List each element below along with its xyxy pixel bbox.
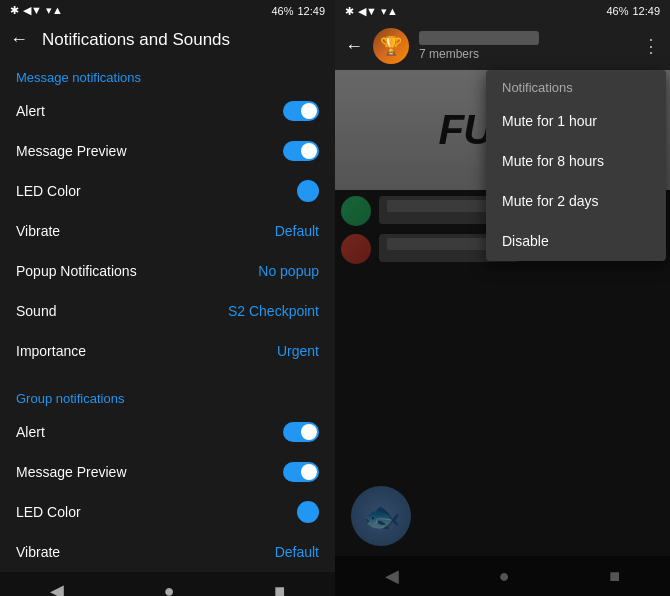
grp-preview-row[interactable]: Message Preview	[0, 452, 335, 492]
grp-alert-row[interactable]: Alert	[0, 412, 335, 452]
left-status-right: 46% 12:49	[271, 5, 325, 17]
left-panel: ✱ ◀▼ ▾▲ 46% 12:49 ← Notifications and So…	[0, 0, 335, 596]
right-battery: 46%	[606, 5, 628, 17]
right-back-button[interactable]: ←	[345, 36, 363, 57]
left-status-icons: ✱ ◀▼ ▾▲	[10, 4, 63, 17]
left-header: ← Notifications and Sounds	[0, 21, 335, 58]
notifications-dropdown: Notifications Mute for 1 hour Mute for 8…	[486, 70, 666, 261]
msg-led-label: LED Color	[16, 183, 81, 199]
grp-alert-toggle[interactable]	[283, 422, 319, 442]
left-time: 12:49	[297, 5, 325, 17]
mute-2days-item[interactable]: Mute for 2 days	[486, 181, 666, 221]
page-title: Notifications and Sounds	[42, 30, 230, 50]
right-header: ← 🏆 7 members ⋮	[335, 22, 670, 70]
msg-led-row[interactable]: LED Color	[0, 171, 335, 211]
msg-sound-row[interactable]: Sound S2 Checkpoint	[0, 291, 335, 331]
left-battery: 46%	[271, 5, 293, 17]
msg-vibrate-row[interactable]: Vibrate Default	[0, 211, 335, 251]
wifi-icon: ▾▲	[46, 4, 63, 17]
right-status-icons: ✱ ◀▼ ▾▲	[345, 5, 398, 18]
group-notifications-label: Group notifications	[0, 379, 335, 412]
grp-vibrate-row[interactable]: Vibrate Default	[0, 532, 335, 572]
right-status-right: 46% 12:49	[606, 5, 660, 17]
group-name	[419, 31, 539, 45]
grp-vibrate-value: Default	[275, 544, 319, 560]
msg-popup-label: Popup Notifications	[16, 263, 137, 279]
group-members: 7 members	[419, 47, 632, 61]
right-signal-icon: ◀▼	[358, 5, 377, 18]
msg-preview-row[interactable]: Message Preview	[0, 131, 335, 171]
msg-vibrate-value: Default	[275, 223, 319, 239]
msg-alert-toggle[interactable]	[283, 101, 319, 121]
grp-led-label: LED Color	[16, 504, 81, 520]
message-notifications-label: Message notifications	[0, 58, 335, 91]
msg-popup-value: No popup	[258, 263, 319, 279]
left-home-nav[interactable]: ●	[164, 581, 175, 597]
mute-8hours-item[interactable]: Mute for 8 hours	[486, 141, 666, 181]
msg-popup-row[interactable]: Popup Notifications No popup	[0, 251, 335, 291]
msg-led-dot[interactable]	[297, 180, 319, 202]
more-options-icon[interactable]: ⋮	[642, 35, 660, 57]
msg-alert-label: Alert	[16, 103, 45, 119]
msg-vibrate-label: Vibrate	[16, 223, 60, 239]
right-wifi-icon: ▾▲	[381, 5, 398, 18]
grp-led-dot[interactable]	[297, 501, 319, 523]
left-status-bar: ✱ ◀▼ ▾▲ 46% 12:49	[0, 0, 335, 21]
msg-importance-label: Importance	[16, 343, 86, 359]
right-bluetooth-icon: ✱	[345, 5, 354, 18]
msg-preview-label: Message Preview	[16, 143, 127, 159]
msg-preview-toggle[interactable]	[283, 141, 319, 161]
grp-vibrate-label: Vibrate	[16, 544, 60, 560]
msg-alert-row[interactable]: Alert	[0, 91, 335, 131]
msg-importance-value: Urgent	[277, 343, 319, 359]
disable-item[interactable]: Disable	[486, 221, 666, 261]
mute-1hour-item[interactable]: Mute for 1 hour	[486, 101, 666, 141]
dropdown-header: Notifications	[486, 70, 666, 101]
msg-sound-value: S2 Checkpoint	[228, 303, 319, 319]
grp-preview-toggle[interactable]	[283, 462, 319, 482]
right-panel: ✱ ◀▼ ▾▲ 46% 12:49 ← 🏆 7 members ⋮ FUEL1	[335, 0, 670, 596]
group-avatar: 🏆	[373, 28, 409, 64]
right-time: 12:49	[632, 5, 660, 17]
grp-preview-label: Message Preview	[16, 464, 127, 480]
right-status-bar: ✱ ◀▼ ▾▲ 46% 12:49	[335, 0, 670, 22]
grp-alert-label: Alert	[16, 424, 45, 440]
left-back-nav[interactable]: ◀	[50, 580, 64, 596]
signal-icon: ◀▼	[23, 4, 42, 17]
msg-importance-row[interactable]: Importance Urgent	[0, 331, 335, 371]
bluetooth-icon: ✱	[10, 4, 19, 17]
msg-sound-label: Sound	[16, 303, 56, 319]
grp-led-row[interactable]: LED Color	[0, 492, 335, 532]
left-nav-bar: ◀ ● ■	[0, 572, 335, 596]
group-info: 7 members	[419, 31, 632, 61]
back-button[interactable]: ←	[10, 29, 28, 50]
left-recent-nav[interactable]: ■	[274, 581, 285, 597]
